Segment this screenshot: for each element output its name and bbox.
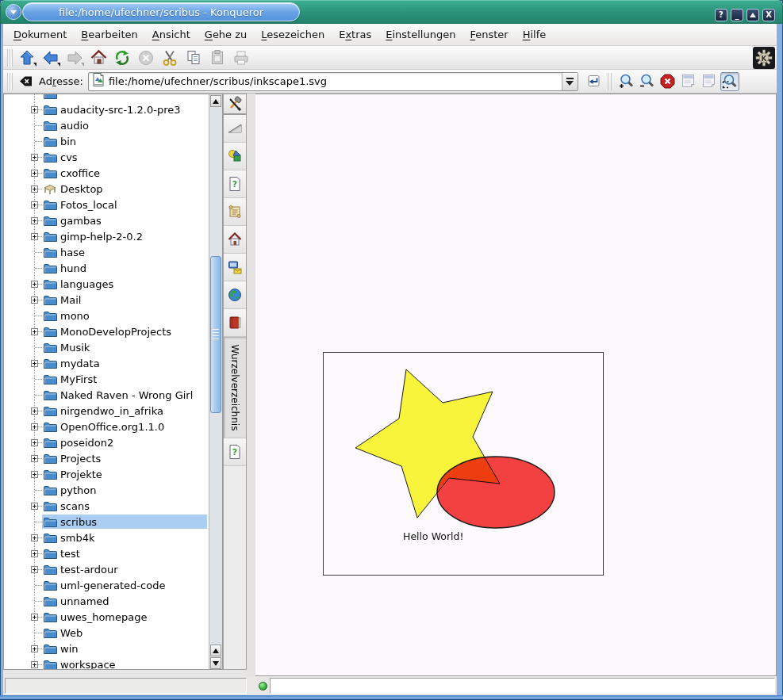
stop-animations-button[interactable] [658, 72, 677, 91]
tree-item[interactable]: + hase [4, 244, 209, 260]
tree-item[interactable]: + bin [4, 133, 209, 149]
tree-item[interactable]: + Fotos_local [4, 197, 209, 212]
scroll-up-button[interactable] [210, 95, 221, 107]
sidebar-config-button[interactable] [224, 94, 246, 115]
panel-splitter[interactable] [247, 94, 255, 676]
tree-item[interactable]: + mono [4, 308, 209, 323]
close-button[interactable]: X [762, 9, 775, 21]
tree-item[interactable]: + cxoffice [4, 165, 209, 181]
tree-expander-icon[interactable]: + [31, 439, 38, 446]
menu-einstellungen[interactable]: Einstellungen [378, 25, 463, 44]
menu-bearbeiten[interactable]: Bearbeiten [74, 25, 144, 44]
zoom-out-button[interactable] [638, 72, 657, 91]
title-bar[interactable]: file:/home/ufechner/scribus - Konqueror … [0, 0, 783, 24]
tree-expander-icon[interactable]: + [31, 503, 38, 510]
cut-button[interactable] [159, 48, 181, 68]
tree-item[interactable]: + scribus [4, 514, 209, 530]
tree-item[interactable]: + languages [4, 276, 209, 292]
tree-expander-icon[interactable]: + [31, 455, 38, 462]
sidebar-tab-network-browser[interactable] [224, 281, 246, 309]
menu-extras[interactable]: Extras [332, 25, 378, 44]
tree-item[interactable]: + Naked Raven - Wrong Girl [4, 387, 209, 403]
location-dropdown-button[interactable] [562, 73, 578, 90]
reload-button[interactable] [111, 48, 133, 68]
up-button[interactable] [16, 48, 38, 68]
tree-item[interactable]: + win [4, 641, 209, 656]
sidebar-tab-bookmarks[interactable] [224, 115, 246, 143]
tree-expander-icon[interactable]: + [31, 186, 38, 193]
help-button[interactable]: ? [715, 9, 727, 21]
tree-item[interactable]: + Mail [4, 292, 209, 308]
tree-expander-icon[interactable]: + [31, 614, 38, 621]
window-menu-button[interactable] [6, 4, 21, 20]
paste-button[interactable] [206, 48, 228, 68]
tree-item[interactable]: + unnamed [4, 593, 209, 609]
print-button[interactable] [230, 48, 252, 68]
zoom-fit-button[interactable] [720, 72, 739, 91]
go-button[interactable] [585, 72, 604, 91]
tree-item[interactable]: + test [4, 545, 209, 561]
tree-item[interactable]: + Projekte [4, 466, 209, 482]
scroll-up-button2[interactable] [210, 645, 221, 656]
zoom-in-button[interactable] [617, 72, 636, 91]
tree-item[interactable]: + test-ardour [4, 561, 209, 577]
menu-lesezeichen[interactable]: Lesezeichen [254, 25, 332, 44]
tree-item[interactable]: + Web [4, 625, 209, 641]
tree-item[interactable]: + OpenOffice.org1.1.0 [4, 419, 209, 434]
sidebar-tab-home[interactable] [224, 226, 246, 254]
view-document-button[interactable] [700, 72, 719, 91]
tree-item[interactable]: + MyFirst [4, 371, 209, 387]
tree-item[interactable]: + mydata [4, 355, 209, 371]
tree-item[interactable]: + hund [4, 260, 209, 276]
tree-item[interactable]: + Desktop [4, 181, 209, 197]
tree-expander-icon[interactable]: + [31, 154, 38, 161]
stop-button[interactable] [135, 48, 157, 68]
back-button[interactable] [40, 48, 62, 68]
sidebar-tab-metabar[interactable]: ? [224, 170, 246, 198]
scrollbar-thumb[interactable] [210, 256, 221, 413]
tree-item[interactable]: + Musik [4, 339, 209, 355]
minimize-button[interactable]: _ [731, 9, 743, 21]
sidebar-tab-metabar2[interactable]: ? [224, 438, 246, 466]
konqueror-brand-button[interactable]: K [753, 47, 775, 69]
view-document-button[interactable] [679, 72, 698, 91]
tree-scrollbar[interactable] [209, 94, 223, 670]
tree-item[interactable]: + audacity-src-1.2.0-pre3 [4, 101, 209, 117]
menu-hilfe[interactable]: Hilfe [516, 25, 554, 44]
tree-expander-icon[interactable]: + [31, 281, 38, 288]
maximize-button[interactable] [747, 9, 759, 21]
sidebar-tab-network[interactable] [224, 254, 246, 281]
tree-expander-icon[interactable]: + [31, 550, 38, 557]
tree-item[interactable]: + audio [4, 117, 209, 133]
menu-gehe-zu[interactable]: Gehe zu [198, 25, 255, 44]
sidebar-tab-history[interactable] [224, 198, 246, 226]
scroll-down-button[interactable] [210, 657, 221, 669]
tree-item[interactable]: + Projects [4, 450, 209, 466]
tree-item[interactable]: + cvs [4, 149, 209, 165]
tree-expander-icon[interactable]: + [31, 296, 38, 304]
tree-expander-icon[interactable]: + [31, 661, 38, 668]
tree-item[interactable]: + smb4k [4, 530, 209, 545]
sidebar-tab-root-directory-active[interactable]: Wurzelverzeichnis [224, 337, 246, 438]
tree-item[interactable]: + nirgendwo_in_afrika [4, 403, 209, 419]
tree-expander-icon[interactable]: + [31, 201, 38, 208]
tree-item[interactable]: + [4, 94, 209, 101]
tree-expander-icon[interactable]: + [31, 645, 38, 652]
location-input[interactable] [109, 75, 561, 87]
tree-expander-icon[interactable]: + [31, 233, 38, 240]
sidebar-tab-root-folder[interactable] [224, 309, 246, 337]
home-button[interactable] [87, 48, 109, 68]
tree-expander-icon[interactable]: + [31, 328, 38, 335]
menu-ansicht[interactable]: Ansicht [145, 25, 198, 44]
tree-item[interactable]: + scans [4, 498, 209, 514]
status-splitter-handle[interactable] [247, 676, 256, 695]
tree-expander-icon[interactable]: + [31, 106, 38, 113]
tree-expander-icon[interactable]: + [31, 360, 38, 367]
clear-location-button[interactable] [16, 72, 35, 91]
copy-button[interactable] [182, 48, 205, 68]
tree-expander-icon[interactable]: + [31, 217, 38, 224]
toolbar-grip[interactable] [7, 73, 13, 90]
forward-button[interactable] [63, 48, 86, 68]
tree-item[interactable]: + MonoDevelopProjects [4, 323, 209, 339]
menu-fenster[interactable]: Fenster [463, 25, 515, 44]
